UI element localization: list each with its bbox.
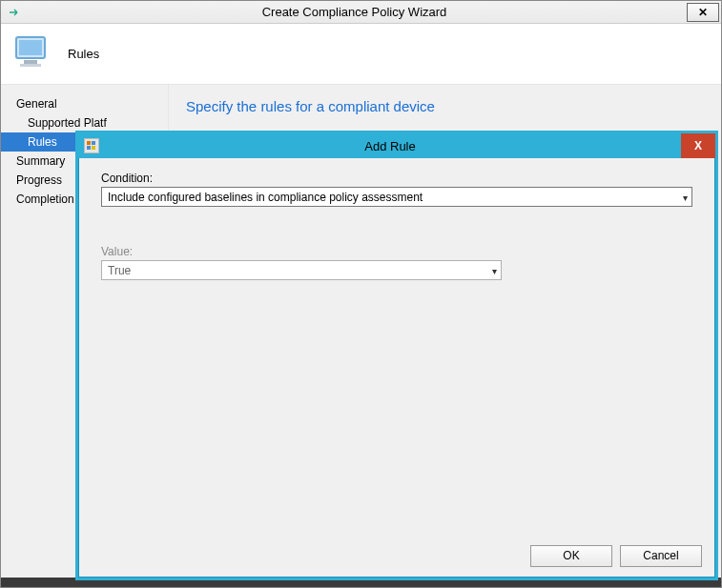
button-label: OK <box>563 549 579 562</box>
close-icon: X <box>694 139 702 152</box>
value-select[interactable]: True ▾ <box>101 260 502 280</box>
monitor-icon <box>10 31 56 77</box>
wizard-close-button[interactable]: ✕ <box>687 3 719 22</box>
sidebar-item-label: Supported Platf <box>28 116 107 130</box>
dialog-app-icon <box>84 138 99 153</box>
sidebar-item-label: Completion <box>16 193 74 206</box>
ok-button[interactable]: OK <box>530 545 612 567</box>
dialog-footer: OK Cancel <box>78 534 715 578</box>
svg-rect-2 <box>24 60 37 64</box>
wizard-header: Rules <box>1 24 721 85</box>
dialog-body: Condition: Include configured baselines … <box>78 158 715 534</box>
add-rule-dialog: Add Rule X Condition: Include configured… <box>75 131 718 580</box>
svg-rect-1 <box>19 40 42 55</box>
chevron-down-icon: ▾ <box>683 192 688 202</box>
svg-rect-7 <box>92 146 95 150</box>
condition-value: Include configured baselines in complian… <box>108 191 423 204</box>
svg-rect-3 <box>20 64 41 67</box>
condition-label: Condition: <box>101 172 692 185</box>
value-label: Value: <box>101 245 692 258</box>
svg-rect-6 <box>87 146 91 150</box>
sidebar-item-label: Rules <box>28 135 57 149</box>
dialog-title: Add Rule <box>99 139 681 153</box>
button-label: Cancel <box>643 549 678 562</box>
wizard-header-label: Rules <box>68 47 99 61</box>
chevron-down-icon: ▾ <box>492 265 497 275</box>
content-heading: Specify the rules for a compliant device <box>186 98 704 114</box>
wizard-title: Create Compliance Policy Wizard <box>22 5 687 19</box>
value-value: True <box>108 264 131 277</box>
dialog-close-button[interactable]: X <box>681 133 715 158</box>
sidebar-item-label: Summary <box>16 154 65 168</box>
sidebar-item-label: Progress <box>16 173 62 187</box>
wizard-window: Create Compliance Policy Wizard ✕ Rules … <box>0 0 722 588</box>
sidebar-item-label: General <box>16 97 57 111</box>
condition-select[interactable]: Include configured baselines in complian… <box>101 187 692 207</box>
wizard-titlebar: Create Compliance Policy Wizard ✕ <box>1 1 721 24</box>
sidebar-item-platforms[interactable]: Supported Platf <box>1 113 168 132</box>
close-icon: ✕ <box>698 6 708 19</box>
cancel-button[interactable]: Cancel <box>620 545 702 567</box>
svg-rect-4 <box>87 141 91 145</box>
sidebar-item-general[interactable]: General <box>1 94 168 113</box>
svg-rect-5 <box>92 141 95 145</box>
dialog-titlebar: Add Rule X <box>78 133 715 158</box>
wizard-app-icon <box>5 4 22 21</box>
